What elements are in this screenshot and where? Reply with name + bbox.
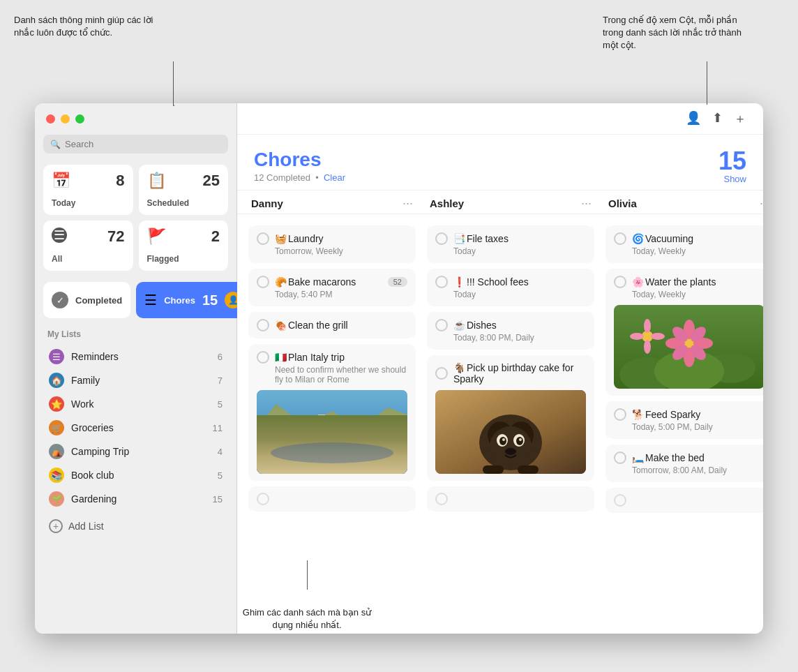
- family-count: 7: [218, 375, 223, 386]
- task-check-taxes[interactable]: [435, 232, 448, 245]
- olivia-more-button[interactable]: ···: [760, 196, 763, 211]
- scheduled-count: 25: [203, 172, 220, 190]
- app-window: 🔍 📅 8 Today 📋 25 Scheduled ☰ 72 All: [35, 103, 763, 634]
- task-laundry[interactable]: 🧺Laundry Tomorrow, Weekly: [248, 225, 416, 263]
- task-title-italy: 🇮🇹Plan Italy trip: [275, 352, 345, 363]
- smart-list-flagged[interactable]: 🚩 2 Flagged: [139, 221, 229, 271]
- list-item-gardening[interactable]: 🌱 Gardening 15: [43, 487, 228, 511]
- smart-list-completed[interactable]: ✓ Completed: [43, 282, 130, 318]
- ashley-more-button[interactable]: ···: [581, 196, 592, 211]
- list-title: Chores: [254, 149, 345, 171]
- task-vacuuming[interactable]: 🌀Vacuuming Today, Weekly: [605, 225, 763, 263]
- task-title-bed: 🛏️Make the bed: [632, 452, 705, 463]
- svg-rect-3: [283, 425, 289, 439]
- task-school-fees[interactable]: ❗!!! School fees Today: [427, 269, 594, 306]
- macarons-badge: 52: [388, 277, 407, 287]
- close-button[interactable]: [46, 114, 55, 124]
- smart-list-all[interactable]: ☰ 72 All: [43, 221, 133, 271]
- task-check-sparky[interactable]: [614, 408, 626, 421]
- task-check-fees[interactable]: [435, 276, 448, 288]
- sidebar: 🔍 📅 8 Today 📋 25 Scheduled ☰ 72 All: [35, 103, 237, 634]
- callout-line-bottom: [307, 560, 308, 590]
- svg-point-9: [342, 450, 350, 454]
- task-water-plants[interactable]: 🌸Water the plants Today, Weekly: [605, 269, 763, 396]
- annotation-column-view: Trong chế độ xem Cột, mỗi phần trong dan…: [603, 14, 756, 52]
- danny-more-button[interactable]: ···: [402, 196, 413, 211]
- task-subtitle-taxes: Today: [435, 246, 586, 256]
- task-dishes[interactable]: ☕Dishes Today, 8:00 PM, Daily: [427, 312, 594, 350]
- task-feed-sparky[interactable]: 🐕Feed Sparky Today, 5:00 PM, Daily: [605, 401, 763, 439]
- smart-list-today[interactable]: 📅 8 Today: [43, 165, 133, 215]
- list-item-family[interactable]: 🏠 Family 7: [43, 368, 228, 392]
- task-check-vacuuming[interactable]: [614, 232, 626, 245]
- total-count: 15: [718, 149, 746, 174]
- task-check-macarons[interactable]: [257, 276, 269, 288]
- show-button[interactable]: Show: [723, 174, 746, 184]
- avatar-icon[interactable]: 👤: [686, 110, 701, 127]
- search-bar[interactable]: 🔍: [43, 135, 228, 154]
- empty-check-danny: [257, 493, 269, 505]
- task-birthday-cake[interactable]: 🐐Pick up birthday cake for Sparky: [427, 355, 594, 481]
- smart-list-scheduled[interactable]: 📋 25 Scheduled: [139, 165, 229, 215]
- groceries-dot: 🛒: [49, 420, 64, 435]
- list-item-groceries[interactable]: 🛒 Groceries 11: [43, 416, 228, 440]
- flagged-label: Flagged: [147, 254, 220, 264]
- svg-rect-1: [257, 439, 407, 474]
- task-subtitle-laundry: Tomorrow, Weekly: [257, 246, 407, 256]
- task-make-bed[interactable]: 🛏️Make the bed Tomorrow, 8:00 AM, Daily: [605, 445, 763, 482]
- reminders-name: Reminders: [71, 351, 211, 362]
- task-subtitle-plants: Today, Weekly: [614, 290, 763, 299]
- task-empty-danny[interactable]: [248, 486, 416, 512]
- work-dot: ⭐: [49, 396, 64, 412]
- task-bake-macarons[interactable]: 🥐Bake macarons 52 Today, 5:40 PM: [248, 269, 416, 306]
- svg-point-38: [644, 319, 651, 333]
- task-check-italy[interactable]: [257, 351, 269, 364]
- task-check-grill[interactable]: [257, 319, 269, 331]
- callout-dot-left: [173, 105, 174, 106]
- add-list-label: Add List: [68, 521, 104, 532]
- task-file-taxes[interactable]: 📑File taxes Today: [427, 225, 594, 263]
- share-icon[interactable]: ⬆: [712, 110, 723, 127]
- all-count: 72: [107, 227, 124, 246]
- task-empty-olivia[interactable]: [605, 488, 763, 513]
- groceries-count: 11: [213, 423, 223, 433]
- all-label: All: [52, 254, 125, 264]
- smart-list-chores[interactable]: ☰ Chores 15 👤: [136, 282, 250, 318]
- list-item-reminders[interactable]: ☰ Reminders 6: [43, 345, 228, 368]
- family-name: Family: [71, 375, 211, 386]
- task-empty-ashley[interactable]: [427, 486, 594, 512]
- callout-line-left: [173, 61, 174, 105]
- task-check-plants[interactable]: [614, 276, 626, 288]
- search-icon: 🔍: [50, 140, 61, 149]
- svg-point-8: [306, 452, 317, 456]
- task-check-cake[interactable]: [435, 367, 448, 380]
- add-list-button[interactable]: + Add List: [43, 514, 228, 539]
- task-title-grill: 🍖Clean the grill: [275, 320, 348, 331]
- maximize-button[interactable]: [75, 114, 84, 124]
- task-check-dishes[interactable]: [435, 319, 448, 331]
- svg-rect-23: [518, 465, 539, 474]
- list-item-camping[interactable]: ⛺ Camping Trip 4: [43, 440, 228, 463]
- reminders-count: 6: [218, 352, 223, 362]
- clear-link[interactable]: Clear: [324, 172, 345, 183]
- smart-lists-grid: 📅 8 Today 📋 25 Scheduled ☰ 72 All 🚩 2 Fl…: [43, 165, 228, 271]
- search-input[interactable]: [65, 139, 221, 149]
- svg-point-18: [516, 437, 523, 445]
- task-plan-italy[interactable]: 🇮🇹Plan Italy trip Need to confirm whethe…: [248, 344, 416, 481]
- task-subtitle-sparky: Today, 5:00 PM, Daily: [614, 422, 763, 432]
- minimize-button[interactable]: [61, 114, 70, 124]
- svg-rect-22: [483, 465, 504, 474]
- today-icon: 📅: [52, 172, 125, 190]
- list-item-bookclub[interactable]: 📚 Book club 5: [43, 463, 228, 487]
- work-name: Work: [71, 398, 211, 410]
- task-subtitle-fees: Today: [435, 290, 586, 299]
- task-check-bed[interactable]: [614, 451, 626, 464]
- task-clean-grill[interactable]: 🍖Clean the grill: [248, 312, 416, 338]
- gardening-count: 15: [213, 494, 223, 505]
- chores-label: Chores: [164, 295, 195, 306]
- list-item-work[interactable]: ⭐ Work 5: [43, 392, 228, 416]
- work-count: 5: [218, 399, 223, 410]
- task-check-laundry[interactable]: [257, 232, 269, 245]
- svg-point-21: [505, 448, 516, 455]
- add-button[interactable]: ＋: [734, 110, 746, 127]
